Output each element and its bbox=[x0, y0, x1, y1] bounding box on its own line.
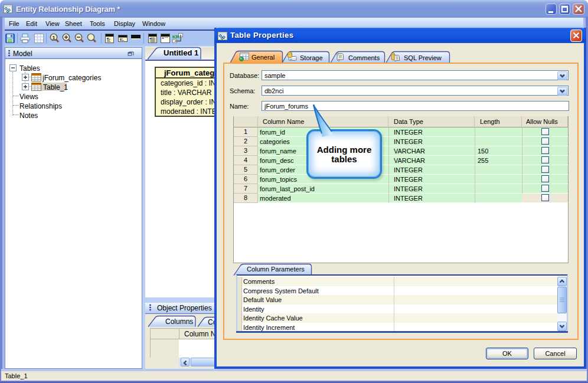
svg-text:KR: KR bbox=[172, 34, 179, 40]
svg-text:1: 1 bbox=[52, 35, 55, 41]
